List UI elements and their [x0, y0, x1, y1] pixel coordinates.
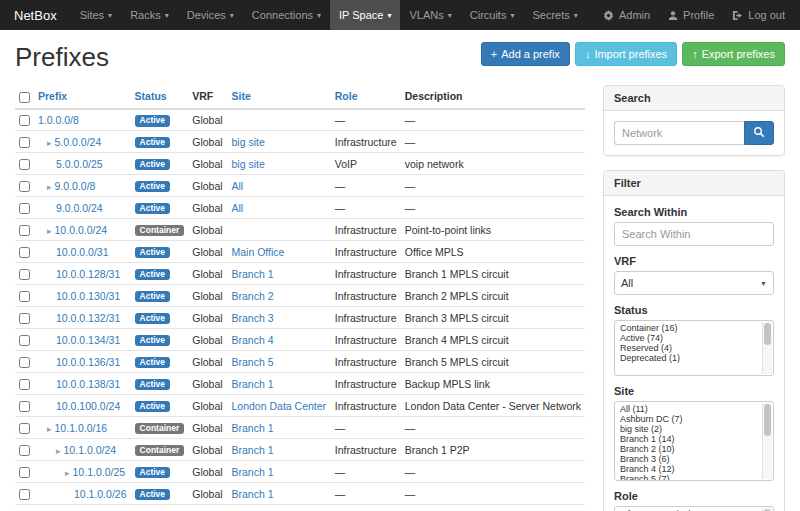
site-link[interactable]: big site: [232, 136, 265, 148]
site-link[interactable]: Branch 1: [232, 488, 274, 500]
status-listbox[interactable]: Container (16)Active (74)Reserved (4)Dep…: [614, 320, 774, 376]
row-checkbox[interactable]: [19, 269, 30, 280]
search-within-input[interactable]: [614, 222, 774, 246]
search-button[interactable]: [744, 121, 774, 145]
listbox-option[interactable]: Branch 5 (7): [617, 474, 760, 481]
nav-item-secrets[interactable]: Secrets▾: [523, 0, 586, 30]
prefix-link[interactable]: 10.0.0.0/24: [55, 224, 108, 236]
import-prefixes-button[interactable]: ↓ Import prefixes: [575, 42, 677, 66]
column-header-role[interactable]: Role: [331, 85, 401, 109]
prefix-link[interactable]: 10.0.0.138/31: [56, 378, 120, 390]
listbox-option[interactable]: big site (2): [617, 424, 760, 434]
site-link[interactable]: Branch 1: [232, 466, 274, 478]
site-link[interactable]: Branch 3: [232, 312, 274, 324]
scrollbar-thumb[interactable]: [764, 323, 771, 345]
prefix-link[interactable]: 10.0.0.134/31: [56, 334, 120, 346]
listbox-option[interactable]: Active (74): [617, 333, 760, 343]
listbox-option[interactable]: Ashburn DC (7): [617, 414, 760, 424]
nav-item-ip-space[interactable]: IP Space▾: [330, 0, 400, 30]
scrollbar[interactable]: [762, 403, 772, 479]
row-checkbox[interactable]: [19, 313, 30, 324]
site-link[interactable]: All: [232, 202, 244, 214]
row-checkbox[interactable]: [19, 291, 30, 302]
listbox-option[interactable]: Container (16): [617, 323, 760, 333]
site-listbox[interactable]: All (11)Ashburn DC (7)big site (2)Branch…: [614, 401, 774, 481]
site-link[interactable]: Branch 1: [232, 444, 274, 456]
vrf-select[interactable]: All ▼: [614, 271, 774, 295]
prefix-link[interactable]: 10.0.0.132/31: [56, 312, 120, 324]
export-prefixes-button[interactable]: ↑ Export prefixes: [682, 42, 785, 66]
site-link[interactable]: Branch 1: [232, 378, 274, 390]
search-input[interactable]: [614, 121, 744, 145]
nav-item-vlans[interactable]: VLANs▾: [400, 0, 460, 30]
site-link[interactable]: London Data Center: [232, 400, 327, 412]
row-checkbox[interactable]: [19, 181, 30, 192]
prefix-link[interactable]: 5.0.0.0/25: [56, 158, 103, 170]
nav-item-circuits[interactable]: Circuits▾: [461, 0, 524, 30]
nav-item-devices[interactable]: Devices▾: [178, 0, 243, 30]
row-checkbox[interactable]: [19, 335, 30, 346]
site-link[interactable]: big site: [232, 158, 265, 170]
scrollbar-thumb[interactable]: [764, 404, 771, 436]
nav-item-connections[interactable]: Connections▾: [243, 0, 330, 30]
listbox-option[interactable]: Branch 3 (6): [617, 454, 760, 464]
prefix-link[interactable]: 10.0.100.0/24: [56, 400, 120, 412]
row-checkbox[interactable]: [19, 115, 30, 126]
role-label: Role: [614, 490, 774, 502]
column-header-prefix[interactable]: Prefix: [34, 85, 131, 109]
row-checkbox[interactable]: [19, 423, 30, 434]
row-checkbox[interactable]: [19, 225, 30, 236]
row-checkbox[interactable]: [19, 489, 30, 500]
prefix-link[interactable]: 9.0.0.0/24: [56, 202, 103, 214]
site-link[interactable]: Branch 2: [232, 290, 274, 302]
site-link[interactable]: Branch 4: [232, 334, 274, 346]
nav-item-racks[interactable]: Racks▾: [121, 0, 178, 30]
prefix-link[interactable]: 10.1.0.0/25: [73, 466, 126, 478]
select-all-checkbox[interactable]: [19, 92, 30, 103]
prefix-link[interactable]: 10.1.0.0/24: [64, 444, 117, 456]
site-link[interactable]: Branch 5: [232, 356, 274, 368]
row-checkbox[interactable]: [19, 401, 30, 412]
site-link[interactable]: Branch 1: [232, 422, 274, 434]
listbox-option[interactable]: Branch 1 (14): [617, 434, 760, 444]
prefix-link[interactable]: 10.1.0.0/16: [55, 422, 108, 434]
prefix-link[interactable]: 10.1.0.0/26: [74, 488, 127, 500]
prefix-link[interactable]: 9.0.0.0/8: [55, 180, 96, 192]
row-checkbox[interactable]: [19, 379, 30, 390]
scrollbar[interactable]: [762, 322, 772, 374]
listbox-option[interactable]: Branch 2 (10): [617, 444, 760, 454]
listbox-option[interactable]: All (11): [617, 404, 760, 414]
listbox-option[interactable]: Branch 4 (12): [617, 464, 760, 474]
row-checkbox[interactable]: [19, 445, 30, 456]
prefix-link[interactable]: 1.0.0.0/8: [38, 114, 79, 126]
prefix-link[interactable]: 10.0.0.136/31: [56, 356, 120, 368]
column-header-site[interactable]: Site: [228, 85, 331, 109]
listbox-option[interactable]: Deprecated (1): [617, 353, 760, 363]
prefix-link[interactable]: 10.0.0.0/31: [56, 246, 109, 258]
nav-profile[interactable]: Profile: [659, 0, 723, 30]
description-cell: Branch 3 MPLS circuit: [401, 307, 585, 329]
row-checkbox[interactable]: [19, 203, 30, 214]
row-checkbox[interactable]: [19, 137, 30, 148]
role-listbox[interactable]: Infrastructure (25)Management (8)Private…: [614, 506, 774, 511]
nav-logout[interactable]: Log out: [723, 0, 794, 30]
column-header-status[interactable]: Status: [131, 85, 189, 109]
prefix-link[interactable]: 10.0.0.128/31: [56, 268, 120, 280]
site-link[interactable]: All: [232, 180, 244, 192]
listbox-option[interactable]: Reserved (4): [617, 343, 760, 353]
site-link[interactable]: Main Office: [232, 246, 285, 258]
site-link[interactable]: Branch 1: [232, 268, 274, 280]
prefix-link[interactable]: 10.0.0.130/31: [56, 290, 120, 302]
row-checkbox[interactable]: [19, 467, 30, 478]
row-checkbox[interactable]: [19, 357, 30, 368]
prefix-link[interactable]: 5.0.0.0/24: [55, 136, 102, 148]
table-row: 10.0.0.132/31ActiveGlobalBranch 3Infrast…: [15, 307, 585, 329]
nav-item-sites[interactable]: Sites▾: [71, 0, 121, 30]
site-cell: Branch 3: [228, 307, 331, 329]
row-checkbox[interactable]: [19, 159, 30, 170]
row-checkbox[interactable]: [19, 247, 30, 258]
status-badge: Active: [135, 335, 171, 347]
app-logo[interactable]: NetBox: [0, 0, 71, 30]
nav-admin[interactable]: Admin: [594, 0, 659, 30]
add-prefix-button[interactable]: + Add a prefix: [481, 42, 570, 66]
